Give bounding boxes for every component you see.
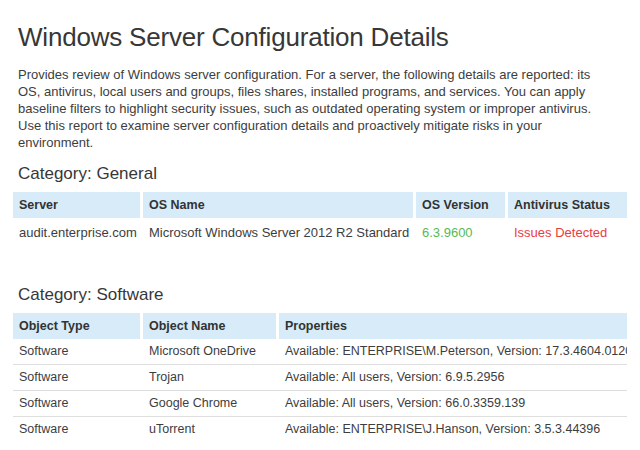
column-header-os-name: OS Name <box>143 192 413 218</box>
software-table-header-row: Object Type Object Name Properties <box>13 313 627 339</box>
table-row: Software Google Chrome Available: All us… <box>13 391 627 417</box>
os-version-value: 6.3.9600 <box>416 218 505 247</box>
section-heading-general: Category: General <box>18 164 640 184</box>
report-page: Windows Server Configuration Details Pro… <box>0 22 640 450</box>
object-name-value: Trojan <box>143 365 276 390</box>
antivirus-status-value: Issues Detected <box>508 218 627 247</box>
object-name-value: uTorrent <box>143 417 276 442</box>
properties-value: Available: All users, Version: 66.0.3359… <box>279 391 627 416</box>
general-table-header-row: Server OS Name OS Version Antivirus Stat… <box>13 192 627 218</box>
object-type-value: Software <box>13 417 140 442</box>
table-row: Software Trojan Available: All users, Ve… <box>13 365 627 391</box>
page-title: Windows Server Configuration Details <box>18 22 620 53</box>
properties-value: Available: ENTERPRISE\J.Hanson, Version:… <box>279 417 627 442</box>
column-header-properties: Properties <box>279 313 627 339</box>
column-header-object-name: Object Name <box>143 313 276 339</box>
column-header-os-version: OS Version <box>416 192 505 218</box>
software-table: Object Type Object Name Properties Softw… <box>13 313 627 442</box>
table-row: Software Microsoft OneDrive Available: E… <box>13 339 627 365</box>
table-row: Software uTorrent Available: ENTERPRISE\… <box>13 417 627 442</box>
column-header-antivirus-status: Antivirus Status <box>508 192 627 218</box>
object-name-value: Google Chrome <box>143 391 276 416</box>
object-name-value: Microsoft OneDrive <box>143 339 276 364</box>
section-heading-software: Category: Software <box>18 285 640 305</box>
page-description: Provides review of Windows server config… <box>18 66 606 151</box>
object-type-value: Software <box>13 339 140 364</box>
object-type-value: Software <box>13 365 140 390</box>
column-header-object-type: Object Type <box>13 313 140 339</box>
table-row: audit.enterprise.com Microsoft Windows S… <box>13 218 627 247</box>
general-table: Server OS Name OS Version Antivirus Stat… <box>13 192 627 247</box>
column-header-server: Server <box>13 192 140 218</box>
object-type-value: Software <box>13 391 140 416</box>
properties-value: Available: ENTERPRISE\M.Peterson, Versio… <box>279 339 627 364</box>
server-value: audit.enterprise.com <box>13 218 140 247</box>
os-name-value: Microsoft Windows Server 2012 R2 Standar… <box>143 218 413 247</box>
properties-value: Available: All users, Version: 6.9.5.295… <box>279 365 627 390</box>
